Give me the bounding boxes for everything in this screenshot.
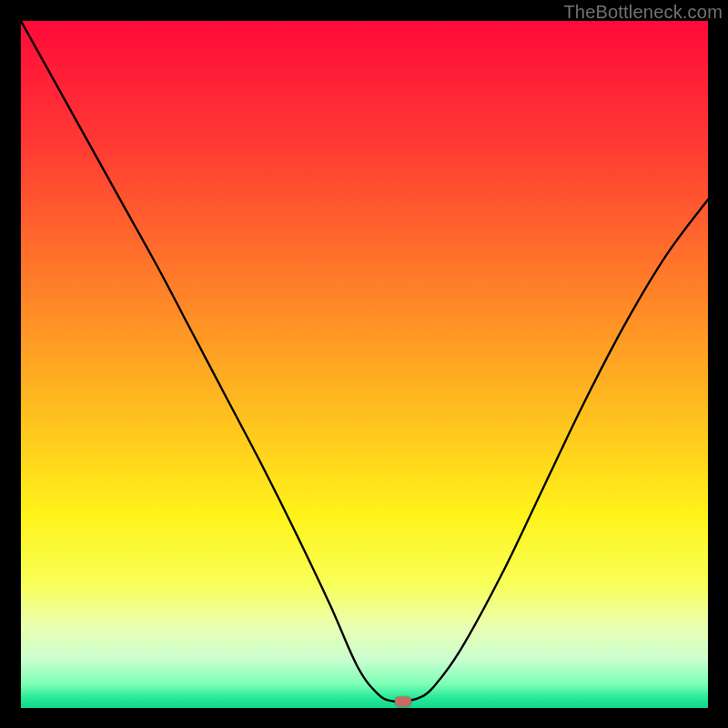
plot-area [21, 21, 708, 708]
watermark-text: TheBottleneck.com [563, 2, 723, 23]
chart-frame: TheBottleneck.com [0, 0, 728, 728]
bottleneck-chart [21, 21, 708, 708]
optimum-marker-icon [395, 697, 411, 707]
gradient-background [21, 21, 708, 708]
